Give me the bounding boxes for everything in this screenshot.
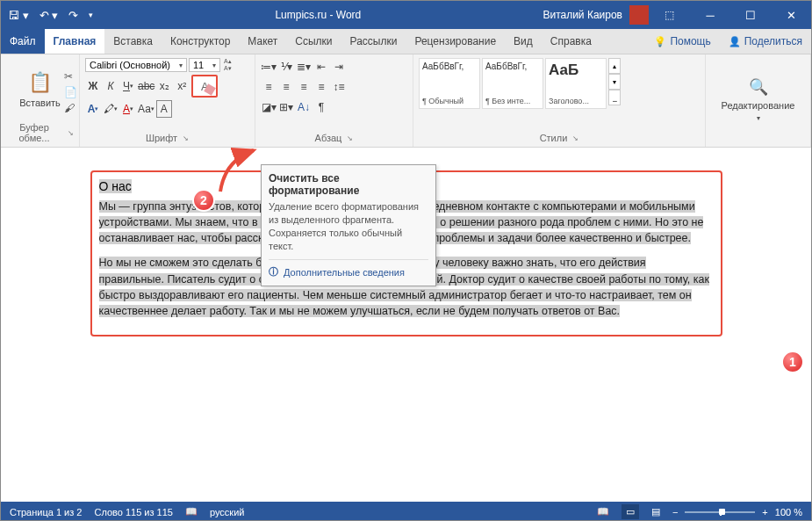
group-styles: АаБбВвГг,¶ Обычный АаБбВвГг,¶ Без инте..… [413,54,706,147]
multilevel-button[interactable]: ≣▾ [296,58,312,76]
align-justify-button[interactable]: ≡ [313,78,329,96]
group-paragraph: ≔▾ ⅟▾ ≣▾ ⇤ ⇥ ≡ ≡ ≡ ≡ ↕≡ ◪▾ ⊞▾ A↓ ¶ Абзац… [255,54,413,147]
zoom-in-button[interactable]: + [762,507,767,517]
avatar[interactable] [629,5,649,25]
status-page[interactable]: Страница 1 из 2 [10,507,82,517]
bold-button[interactable]: Ж [85,77,101,95]
tab-layout[interactable]: Макет [239,29,286,54]
font-size-combo[interactable]: 11▾ [189,58,220,72]
ribbon-options-icon[interactable]: ⬚ [665,9,674,21]
sort-button[interactable]: A↓ [296,98,312,116]
view-print-icon[interactable]: ▭ [622,504,639,519]
font-family-combo[interactable]: Calibri (Основной)▾ [85,58,187,72]
styles-pager: ▴ ▾ ⎯ [608,58,621,105]
styles-up-icon[interactable]: ▴ [608,58,621,74]
underline-button[interactable]: Ч▾ [120,77,136,95]
tooltip-clear-formatting: Очистить все форматирование Удаление все… [261,164,436,286]
paste-icon[interactable]: 📋 [28,71,52,94]
font-grow-icon[interactable]: A▴ [224,58,232,65]
tab-references[interactable]: Ссылки [286,29,341,54]
share-icon: 👤 [729,36,741,47]
zoom-out-button[interactable]: − [672,507,678,517]
help-icon: 💡 [654,36,666,47]
view-read-icon[interactable]: 📖 [597,506,609,517]
font-color-button[interactable]: A▾ [120,100,136,118]
doc-heading[interactable]: О нас [99,179,132,193]
format-painter-icon[interactable]: 🖌 [64,102,77,114]
paragraph-launcher[interactable]: ↘ [347,134,353,142]
tab-mailings[interactable]: Рассылки [341,29,406,54]
window-title: Lumpics.ru - Word [93,9,543,21]
align-left-button[interactable]: ≡ [261,78,277,96]
align-right-button[interactable]: ≡ [296,78,312,96]
user-area[interactable]: Виталий Каиров ⬚ [543,5,690,25]
font-shrink-icon[interactable]: A▾ [224,65,232,72]
show-marks-button[interactable]: ¶ [313,98,329,116]
status-bar: Страница 1 из 2 Слово 115 из 115 📖 русск… [1,502,811,521]
tab-review[interactable]: Рецензирование [406,29,505,54]
quick-access-toolbar: 🖫 ▾ ↶ ▾ ↷ ▾ [1,9,93,22]
text-effects-button[interactable]: A▾ [85,100,101,118]
maximize-button[interactable]: ☐ [730,1,771,29]
change-case-button[interactable]: Аа▾ [138,100,154,118]
view-web-icon[interactable]: ▤ [651,506,660,517]
tab-view[interactable]: Вид [505,29,542,54]
highlight-button[interactable]: 🖍▾ [103,100,119,118]
clear-formatting-button[interactable]: A [191,75,218,98]
clipboard-launcher[interactable]: ↘ [68,129,74,137]
user-name: Виталий Каиров [543,9,622,21]
undo-icon[interactable]: ↶ ▾ [40,9,59,22]
editing-dropdown[interactable]: Редактирование [722,100,795,111]
strikethrough-button[interactable]: abc [138,77,154,95]
tab-help[interactable]: Справка [542,29,600,54]
zoom-slider[interactable] [685,511,755,513]
styles-more-icon[interactable]: ⎯ [608,90,621,105]
zoom-value[interactable]: 100 % [775,507,802,517]
cut-icon[interactable]: ✂ [64,70,77,83]
group-editing: 🔍 Редактирование ▾ [706,54,811,147]
paste-button[interactable]: Вставить [19,98,61,108]
shading-button[interactable]: ◪▾ [261,98,277,116]
font-launcher[interactable]: ↘ [183,134,189,142]
group-clipboard-label: Буфер обме... [6,122,62,143]
share-button[interactable]: 👤Поделиться [720,29,811,54]
decrease-indent-button[interactable]: ⇤ [313,58,329,76]
tab-file[interactable]: Файл [1,29,45,54]
bullets-button[interactable]: ≔▾ [261,58,277,76]
char-border-button[interactable]: А [156,100,172,118]
autosave-icon[interactable]: 🖫 ▾ [8,9,29,22]
align-center-button[interactable]: ≡ [278,78,294,96]
line-spacing-button[interactable]: ↕≡ [331,78,347,96]
numbering-button[interactable]: ⅟▾ [278,58,294,76]
status-words[interactable]: Слово 115 из 115 [94,507,173,517]
tab-home[interactable]: Главная [45,29,105,54]
style-normal[interactable]: АаБбВвГг,¶ Обычный [419,58,480,109]
styles-down-icon[interactable]: ▾ [608,74,621,90]
style-heading[interactable]: АаБЗаголово... [545,58,607,109]
ribbon-tabs: Файл Главная Вставка Конструктор Макет С… [1,29,811,54]
group-paragraph-label: Абзац [315,133,342,143]
italic-button[interactable]: К [103,77,119,95]
proofing-icon[interactable]: 📖 [185,506,198,517]
annotation-badge-1: 1 [781,351,804,373]
status-language[interactable]: русский [210,507,244,517]
minimize-button[interactable]: ─ [690,1,730,29]
tooltip-title: Очистить все форматирование [269,172,428,197]
subscript-button[interactable]: x₂ [156,77,172,95]
tooltip-more-link[interactable]: ⓘ Дополнительные сведения [269,259,428,279]
find-icon[interactable]: 🔍 [749,77,768,97]
copy-icon[interactable]: 📄 [64,86,77,98]
tab-design[interactable]: Конструктор [162,29,239,54]
tab-insert[interactable]: Вставка [104,29,162,54]
increase-indent-button[interactable]: ⇥ [331,58,347,76]
styles-launcher[interactable]: ↘ [572,134,578,142]
ribbon: 📋 Вставить ✂ 📄 🖌 Буфер обме...↘ Calibri … [1,54,811,148]
titlebar: 🖫 ▾ ↶ ▾ ↷ ▾ Lumpics.ru - Word Виталий Ка… [1,1,811,29]
help-button[interactable]: 💡Помощь [645,29,719,54]
zoom-control: − + 100 % [672,507,802,517]
borders-button[interactable]: ⊞▾ [278,98,294,116]
close-button[interactable]: ✕ [771,1,811,29]
superscript-button[interactable]: x² [174,77,190,95]
redo-icon[interactable]: ↷ [68,9,78,22]
style-no-spacing[interactable]: АаБбВвГг,¶ Без инте... [482,58,543,109]
